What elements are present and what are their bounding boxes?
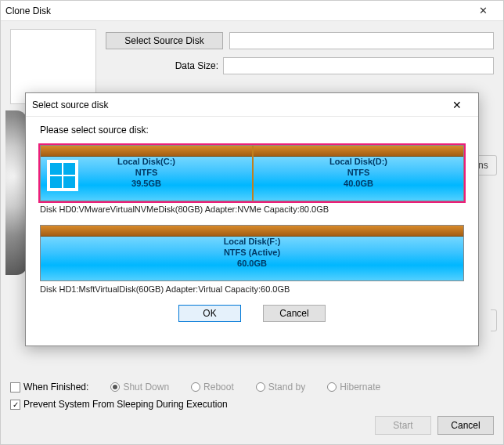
disk1-bar[interactable]: Local Disk(F:) NTFS (Active) 60.0GB: [40, 225, 464, 281]
windows-logo-icon: [47, 160, 78, 191]
modal-cancel-button[interactable]: Cancel: [263, 305, 326, 322]
modal-prompt: Please select source disk:: [40, 125, 464, 136]
partition-f[interactable]: Local Disk(F:) NTFS (Active) 60.0GB: [41, 226, 463, 280]
ok-button[interactable]: OK: [178, 305, 241, 322]
main-titlebar: Clone Disk ✕: [1, 1, 503, 21]
shut-down-radio: Shut Down: [110, 382, 169, 393]
modal-close-button[interactable]: ✕: [442, 94, 472, 116]
disk0-bar[interactable]: Local Disk(C:) NTFS 39.5GB Local Disk(D:…: [40, 145, 464, 201]
data-size-label: Data Size:: [106, 60, 223, 71]
stand-by-radio: Stand by: [256, 382, 305, 393]
hibernate-radio: Hibernate: [327, 382, 380, 393]
start-button: Start: [375, 416, 431, 435]
when-finished-label: When Finished:: [23, 382, 88, 393]
partition-d[interactable]: Local Disk(D:) NTFS 40.0GB: [254, 146, 463, 201]
source-disk-field[interactable]: [229, 32, 494, 49]
data-size-field: [223, 57, 494, 74]
main-close-button[interactable]: ✕: [467, 1, 499, 21]
modal-titlebar: Select source disk ✕: [26, 93, 478, 117]
reboot-radio: Reboot: [191, 382, 234, 393]
when-finished-checkbox[interactable]: When Finished:: [10, 382, 88, 393]
radio-icon: [327, 382, 337, 392]
modal-title: Select source disk: [32, 99, 442, 110]
disk1-info: Disk HD1:MsftVirtualDisk(60GB) Adapter:V…: [40, 284, 464, 294]
disk-art-icon: [5, 110, 27, 275]
prevent-sleep-checkbox[interactable]: ✓ Prevent System From Sleeping During Ex…: [10, 399, 228, 410]
checkbox-icon: ✓: [10, 400, 20, 410]
radio-icon: [110, 382, 120, 392]
checkbox-icon: [10, 382, 20, 393]
select-source-disk-dialog: Select source disk ✕ Please select sourc…: [25, 92, 479, 346]
select-source-disk-button[interactable]: Select Source Disk: [106, 32, 223, 49]
radio-icon: [191, 382, 200, 392]
partition-c[interactable]: Local Disk(C:) NTFS 39.5GB: [41, 146, 252, 201]
main-title: Clone Disk: [5, 5, 467, 16]
partial-box: [491, 309, 497, 331]
cancel-button[interactable]: Cancel: [437, 416, 494, 435]
radio-icon: [256, 382, 265, 392]
bottom-bar: When Finished: Shut Down Reboot Stand by…: [1, 375, 503, 444]
disk0-info: Disk HD0:VMwareVirtualNVMeDisk(80GB) Ada…: [40, 204, 464, 214]
